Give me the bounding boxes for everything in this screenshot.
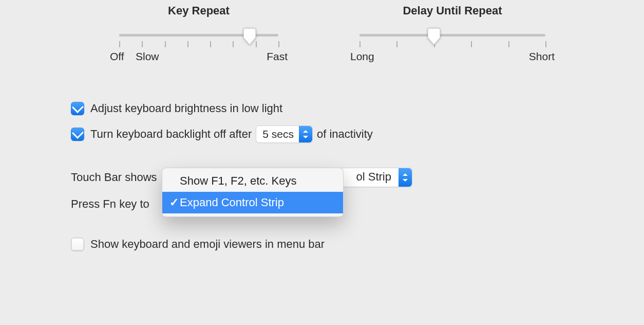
touch-bar-shows-label: Touch Bar shows	[71, 171, 157, 184]
show-viewers-row: Show keyboard and emoji viewers in menu …	[71, 238, 325, 251]
updown-stepper-icon	[299, 126, 312, 142]
backlight-off-select-value: 5 secs	[262, 128, 294, 140]
backlight-off-label-prefix: Turn keyboard backlight off after	[90, 128, 252, 141]
updown-stepper-icon	[399, 168, 412, 187]
backlight-off-checkbox[interactable]	[71, 128, 84, 141]
delay-until-repeat-ticks	[359, 41, 545, 48]
press-fn-key-to-label: Press Fn key to	[71, 197, 149, 211]
key-repeat-track[interactable]	[119, 34, 278, 37]
dropdown-item-label: Show F1, F2, etc. Keys	[180, 174, 296, 188]
checkmark-icon: ✓	[168, 196, 180, 209]
key-repeat-ticks	[119, 41, 278, 48]
press-fn-key-to-dropdown[interactable]: Show F1, F2, etc. Keys ✓ Expand Control …	[162, 168, 344, 217]
delay-until-repeat-labels: Long Short	[350, 50, 555, 66]
adjust-brightness-row: Adjust keyboard brightness in low light	[71, 97, 584, 120]
touch-bar-shows-value: ol Strip	[356, 170, 391, 184]
dropdown-item-label: Expand Control Strip	[180, 196, 284, 209]
key-repeat-labels: Off Slow Fast	[110, 50, 288, 66]
key-repeat-title: Key Repeat	[119, 4, 278, 17]
dropdown-item-expand-control-strip[interactable]: ✓ Expand Control Strip	[162, 192, 343, 213]
delay-until-repeat-title: Delay Until Repeat	[359, 4, 545, 17]
backlight-off-row: Turn keyboard backlight off after 5 secs…	[71, 122, 584, 146]
backlight-off-label-suffix: of inactivity	[317, 128, 373, 141]
adjust-brightness-checkbox[interactable]	[71, 102, 84, 115]
show-viewers-checkbox[interactable]	[71, 238, 84, 251]
backlight-off-select[interactable]: 5 secs	[256, 125, 313, 143]
show-viewers-label: Show keyboard and emoji viewers in menu …	[90, 238, 325, 251]
delay-until-repeat-track[interactable]	[359, 34, 545, 37]
dropdown-item-show-f-keys[interactable]: Show F1, F2, etc. Keys	[162, 170, 343, 192]
adjust-brightness-label: Adjust keyboard brightness in low light	[90, 102, 282, 115]
